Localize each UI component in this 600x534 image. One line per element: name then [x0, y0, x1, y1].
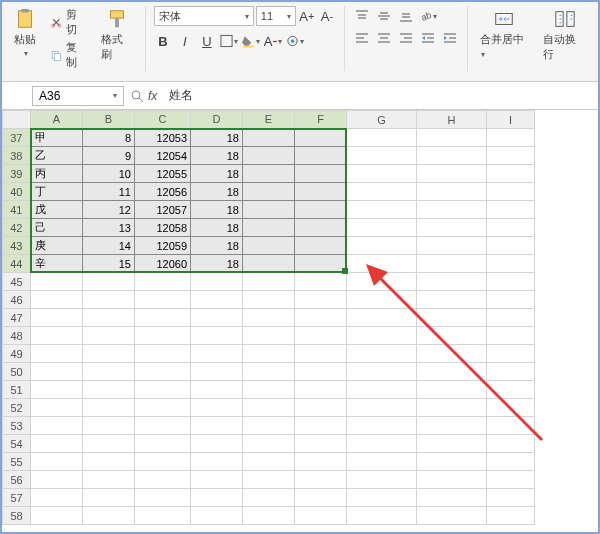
cell-E53[interactable]: [243, 417, 295, 435]
align-left-button[interactable]: [353, 28, 371, 48]
font-name-select[interactable]: 宋体▾: [154, 6, 254, 26]
cell-A52[interactable]: [31, 399, 83, 417]
cell-F38[interactable]: [295, 147, 347, 165]
cell-A55[interactable]: [31, 453, 83, 471]
bold-button[interactable]: B: [154, 31, 172, 51]
cell-C53[interactable]: [135, 417, 191, 435]
formula-input[interactable]: 姓名: [163, 86, 594, 105]
cell-E48[interactable]: [243, 327, 295, 345]
cell-A39[interactable]: 丙: [31, 165, 83, 183]
cell-E51[interactable]: [243, 381, 295, 399]
cell-I47[interactable]: [487, 309, 535, 327]
cell-B46[interactable]: [83, 291, 135, 309]
cell-B54[interactable]: [83, 435, 135, 453]
column-header-E[interactable]: E: [243, 111, 295, 129]
cell-G50[interactable]: [347, 363, 417, 381]
cell-A43[interactable]: 庚: [31, 237, 83, 255]
cell-I55[interactable]: [487, 453, 535, 471]
cell-A50[interactable]: [31, 363, 83, 381]
cell-H58[interactable]: [417, 507, 487, 525]
cell-G54[interactable]: [347, 435, 417, 453]
cell-C48[interactable]: [135, 327, 191, 345]
cell-F53[interactable]: [295, 417, 347, 435]
cell-D48[interactable]: [191, 327, 243, 345]
cell-I54[interactable]: [487, 435, 535, 453]
row-header-37[interactable]: 37: [3, 129, 31, 147]
cell-B43[interactable]: 14: [83, 237, 135, 255]
cell-H45[interactable]: [417, 273, 487, 291]
row-header-41[interactable]: 41: [3, 201, 31, 219]
cell-H40[interactable]: [417, 183, 487, 201]
cell-C55[interactable]: [135, 453, 191, 471]
format-painter-button[interactable]: 格式刷: [97, 6, 137, 64]
cell-E47[interactable]: [243, 309, 295, 327]
decrease-font-button[interactable]: A-: [318, 6, 336, 26]
cell-H46[interactable]: [417, 291, 487, 309]
cell-H51[interactable]: [417, 381, 487, 399]
cell-E52[interactable]: [243, 399, 295, 417]
name-box[interactable]: A36▾: [32, 86, 124, 106]
cell-G53[interactable]: [347, 417, 417, 435]
cell-I53[interactable]: [487, 417, 535, 435]
cell-H57[interactable]: [417, 489, 487, 507]
row-header-44[interactable]: 44: [3, 255, 31, 273]
cell-I52[interactable]: [487, 399, 535, 417]
cell-E58[interactable]: [243, 507, 295, 525]
cell-F42[interactable]: [295, 219, 347, 237]
cell-I48[interactable]: [487, 327, 535, 345]
column-header-C[interactable]: C: [135, 111, 191, 129]
copy-button[interactable]: 复制: [48, 39, 89, 71]
increase-indent-button[interactable]: [441, 28, 459, 48]
cell-C45[interactable]: [135, 273, 191, 291]
cell-G51[interactable]: [347, 381, 417, 399]
cell-E41[interactable]: [243, 201, 295, 219]
cell-G58[interactable]: [347, 507, 417, 525]
cell-I39[interactable]: [487, 165, 535, 183]
row-header-50[interactable]: 50: [3, 363, 31, 381]
cell-F37[interactable]: [295, 129, 347, 147]
cell-E37[interactable]: [243, 129, 295, 147]
cell-A47[interactable]: [31, 309, 83, 327]
row-header-42[interactable]: 42: [3, 219, 31, 237]
cell-F56[interactable]: [295, 471, 347, 489]
cell-D51[interactable]: [191, 381, 243, 399]
cell-E54[interactable]: [243, 435, 295, 453]
fill-color-button[interactable]: ▾: [242, 31, 260, 51]
cell-C44[interactable]: 12060: [135, 255, 191, 273]
cell-E55[interactable]: [243, 453, 295, 471]
row-header-49[interactable]: 49: [3, 345, 31, 363]
orientation-button[interactable]: ab▾: [419, 6, 437, 26]
cell-G57[interactable]: [347, 489, 417, 507]
cell-B50[interactable]: [83, 363, 135, 381]
row-header-40[interactable]: 40: [3, 183, 31, 201]
cell-F40[interactable]: [295, 183, 347, 201]
cell-D58[interactable]: [191, 507, 243, 525]
paste-button[interactable]: 粘贴▾: [10, 6, 40, 60]
cell-H49[interactable]: [417, 345, 487, 363]
cell-B58[interactable]: [83, 507, 135, 525]
cell-H39[interactable]: [417, 165, 487, 183]
format-styles-button[interactable]: ▾: [286, 31, 304, 51]
cell-D49[interactable]: [191, 345, 243, 363]
align-right-button[interactable]: [397, 28, 415, 48]
cell-E57[interactable]: [243, 489, 295, 507]
cell-A37[interactable]: 甲: [31, 129, 83, 147]
cell-H38[interactable]: [417, 147, 487, 165]
cell-E46[interactable]: [243, 291, 295, 309]
cell-H55[interactable]: [417, 453, 487, 471]
cell-I40[interactable]: [487, 183, 535, 201]
cell-F55[interactable]: [295, 453, 347, 471]
cell-C38[interactable]: 12054: [135, 147, 191, 165]
cell-B45[interactable]: [83, 273, 135, 291]
cell-I43[interactable]: [487, 237, 535, 255]
cell-A38[interactable]: 乙: [31, 147, 83, 165]
cell-G46[interactable]: [347, 291, 417, 309]
cell-B37[interactable]: 8: [83, 129, 135, 147]
cell-D54[interactable]: [191, 435, 243, 453]
cell-E42[interactable]: [243, 219, 295, 237]
cell-F47[interactable]: [295, 309, 347, 327]
cell-A41[interactable]: 戊: [31, 201, 83, 219]
column-header-A[interactable]: A: [31, 111, 83, 129]
cell-B39[interactable]: 10: [83, 165, 135, 183]
cell-G45[interactable]: [347, 273, 417, 291]
